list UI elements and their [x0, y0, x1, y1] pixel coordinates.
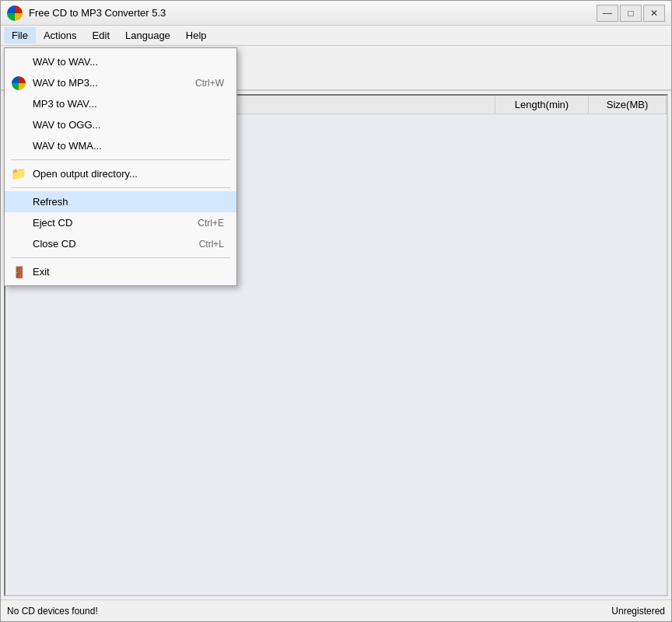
file-dropdown-menu: WAV to WAV... WAV to MP3... Ctrl+W MP3 t… — [4, 47, 237, 286]
menu-refresh[interactable]: Refresh — [5, 191, 236, 212]
column-length: Length(min) — [495, 96, 589, 114]
menu-wav-to-wav[interactable]: WAV to WAV... — [5, 51, 236, 72]
menu-item-label: WAV to WAV... — [33, 56, 98, 68]
menu-wav-to-ogg[interactable]: WAV to OGG... — [5, 114, 236, 135]
menu-help[interactable]: Help — [178, 27, 215, 44]
minimize-button[interactable]: — — [597, 5, 618, 22]
menu-language[interactable]: Language — [117, 27, 178, 44]
menu-item-label: Exit — [33, 266, 50, 278]
column-size: Size(MB) — [589, 96, 667, 114]
status-right: Unregistered — [611, 606, 665, 617]
title-bar: Free CD to MP3 Converter 5.3 — □ ✕ — [1, 1, 671, 26]
menu-item-label: WAV to MP3... — [33, 77, 98, 89]
menu-item-label: Refresh — [33, 196, 68, 208]
menu-item-shortcut: Ctrl+W — [195, 78, 224, 89]
status-left: No CD devices found! — [7, 606, 98, 617]
menu-wav-to-wma[interactable]: WAV to WMA... — [5, 135, 236, 156]
main-window: Free CD to MP3 Converter 5.3 — □ ✕ File … — [0, 0, 672, 622]
menu-item-shortcut: Ctrl+E — [198, 218, 224, 229]
title-buttons: — □ ✕ — [597, 5, 665, 22]
close-button[interactable]: ✕ — [643, 5, 665, 22]
exit-icon: 🚪 — [11, 264, 26, 280]
maximize-button[interactable]: □ — [620, 5, 642, 22]
menu-bar: File WAV to WAV... WAV to MP3... Ctrl+W … — [1, 26, 671, 46]
menu-item-shortcut: Ctrl+L — [199, 239, 224, 250]
menu-item-label: WAV to WMA... — [33, 140, 102, 152]
separator-2 — [11, 187, 230, 188]
menu-exit[interactable]: 🚪 Exit — [5, 261, 236, 282]
window-title: Free CD to MP3 Converter 5.3 — [29, 7, 166, 19]
menu-item-label: WAV to OGG... — [33, 119, 100, 131]
menu-open-output[interactable]: 📁 Open output directory... — [5, 163, 236, 184]
status-bar: No CD devices found! Unregistered — [1, 599, 671, 621]
cd-icon-small — [11, 75, 26, 91]
separator-3 — [11, 257, 230, 258]
menu-wav-to-mp3[interactable]: WAV to MP3... Ctrl+W — [5, 72, 236, 93]
menu-item-label: Close CD — [33, 238, 76, 250]
menu-actions[interactable]: Actions — [36, 27, 85, 44]
menu-close-cd[interactable]: Close CD Ctrl+L — [5, 233, 236, 254]
menu-file[interactable]: File WAV to WAV... WAV to MP3... Ctrl+W … — [4, 27, 36, 44]
menu-item-label: Eject CD — [33, 217, 72, 229]
app-icon — [7, 5, 23, 21]
menu-item-label: Open output directory... — [33, 168, 138, 180]
menu-edit[interactable]: Edit — [85, 27, 117, 44]
title-bar-left: Free CD to MP3 Converter 5.3 — [7, 5, 166, 21]
menu-mp3-to-wav[interactable]: MP3 to WAV... — [5, 93, 236, 114]
menu-item-label: MP3 to WAV... — [33, 98, 97, 110]
separator-1 — [11, 159, 230, 160]
folder-icon: 📁 — [11, 166, 26, 182]
menu-eject-cd[interactable]: Eject CD Ctrl+E — [5, 212, 236, 233]
